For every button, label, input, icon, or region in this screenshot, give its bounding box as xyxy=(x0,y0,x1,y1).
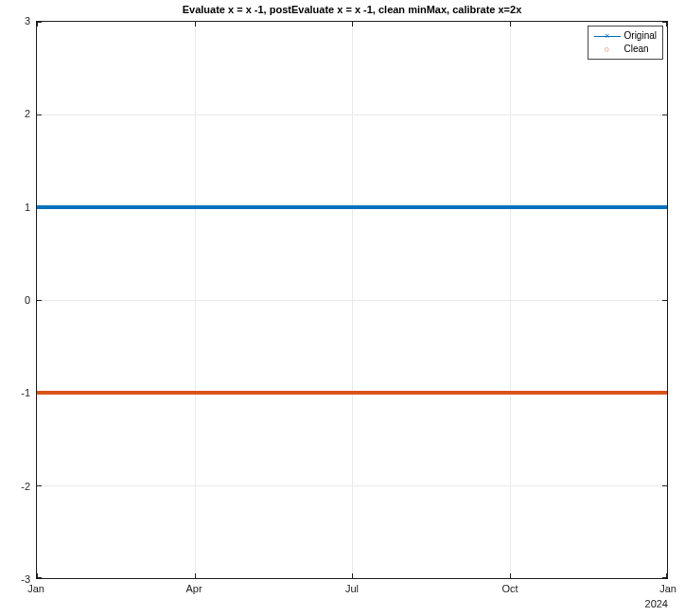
xtick-mark xyxy=(510,573,511,578)
legend-swatch-original: × xyxy=(594,31,621,41)
ytick-mark xyxy=(37,577,42,578)
gridline-h xyxy=(37,300,667,301)
xtick-label: Jan xyxy=(27,583,44,594)
ytick-label: -1 xyxy=(0,387,30,398)
xtick-mark xyxy=(510,22,511,26)
series-original xyxy=(37,205,667,209)
legend-item-clean: ○ Clean xyxy=(594,43,657,56)
xtick-mark xyxy=(352,22,353,26)
x-year-label: 2024 xyxy=(645,598,668,609)
xtick-mark xyxy=(195,22,196,26)
gridline-h xyxy=(37,114,667,115)
ytick-mark xyxy=(662,22,667,23)
ytick-label: -2 xyxy=(0,481,30,492)
xtick-label: Oct xyxy=(501,583,518,594)
series-clean xyxy=(37,391,667,395)
xtick-mark xyxy=(195,573,196,578)
ytick-mark xyxy=(37,300,42,301)
ytick-mark xyxy=(37,485,42,486)
ytick-label: 2 xyxy=(0,108,30,119)
ytick-label: 3 xyxy=(0,15,30,26)
gridline-h xyxy=(37,485,667,486)
ytick-mark xyxy=(37,114,42,115)
xtick-label: Apr xyxy=(185,583,202,594)
legend: × Original ○ Clean xyxy=(588,26,663,60)
ytick-label: -3 xyxy=(0,573,30,585)
ytick-label: 1 xyxy=(0,202,30,213)
chart: Evaluate x = x -1, postEvaluate x = x -1… xyxy=(36,21,668,579)
legend-label-original: Original xyxy=(624,29,657,43)
legend-item-original: × Original xyxy=(594,29,657,43)
chart-title: Evaluate x = x -1, postEvaluate x = x -1… xyxy=(36,4,668,15)
ytick-mark xyxy=(662,300,667,301)
ytick-mark xyxy=(662,114,667,115)
ytick-mark xyxy=(37,22,42,23)
ytick-mark xyxy=(662,485,667,486)
plot-area: × Original ○ Clean xyxy=(36,21,668,579)
legend-swatch-clean: ○ xyxy=(594,44,621,54)
xtick-mark xyxy=(352,573,353,578)
xtick-label: Jan xyxy=(659,583,676,594)
ytick-mark xyxy=(662,577,667,578)
ytick-label: 0 xyxy=(0,294,30,306)
xtick-label: Jul xyxy=(345,583,359,594)
legend-label-clean: Clean xyxy=(624,43,649,56)
